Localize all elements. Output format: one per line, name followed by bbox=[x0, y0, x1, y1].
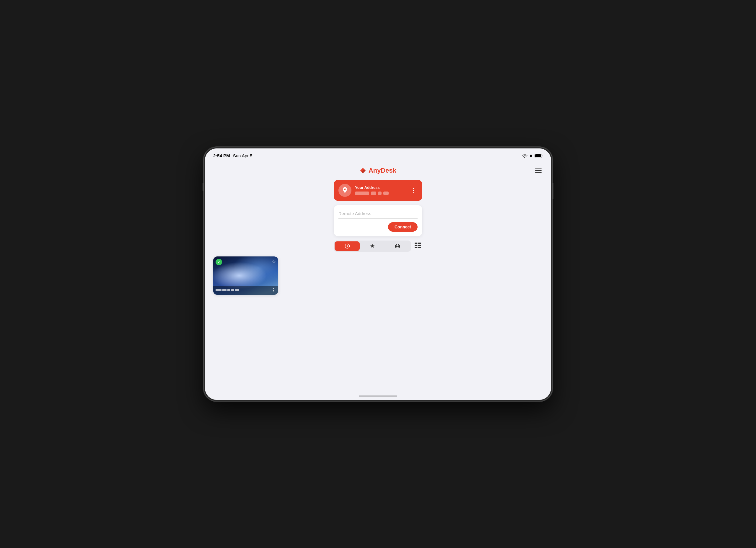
sessions-grid: ✓ ☆ ⋮ bbox=[205, 257, 551, 295]
status-icons bbox=[522, 154, 543, 158]
addr-block-5 bbox=[235, 289, 239, 291]
addr-block-2 bbox=[222, 289, 227, 291]
status-bar: 2:54 PM Sun Apr 5 bbox=[205, 149, 551, 162]
connect-button[interactable]: Connect bbox=[388, 222, 418, 232]
top-bar: AnyDesk bbox=[205, 164, 551, 177]
list-view-icon bbox=[415, 243, 421, 248]
tabs-container bbox=[334, 241, 422, 252]
remote-input-container bbox=[338, 210, 418, 219]
addr-block-4 bbox=[231, 289, 234, 291]
session-address-blocks bbox=[216, 289, 239, 291]
svg-rect-1 bbox=[535, 154, 541, 157]
home-indicator bbox=[359, 395, 397, 397]
connect-button-container: Connect bbox=[338, 222, 418, 232]
remote-address-input[interactable] bbox=[338, 210, 418, 219]
logo-text: AnyDesk bbox=[369, 167, 396, 175]
svg-rect-4 bbox=[398, 245, 400, 248]
side-button-left bbox=[203, 183, 204, 191]
tab-discover[interactable] bbox=[385, 242, 410, 251]
remote-address-box: Connect bbox=[334, 205, 422, 237]
session-footer: ⋮ bbox=[213, 285, 278, 295]
wifi-icon bbox=[522, 154, 527, 158]
address-block-4 bbox=[383, 192, 389, 195]
svg-rect-5 bbox=[415, 243, 417, 244]
tab-recent[interactable] bbox=[335, 242, 360, 251]
svg-rect-9 bbox=[415, 247, 417, 248]
favorites-icon bbox=[370, 244, 375, 249]
your-address-label: Your Address bbox=[355, 185, 406, 190]
recent-icon bbox=[345, 244, 350, 249]
svg-rect-10 bbox=[418, 247, 421, 248]
address-info: Your Address bbox=[355, 185, 406, 195]
svg-rect-6 bbox=[418, 243, 421, 244]
menu-line-2 bbox=[535, 170, 542, 171]
address-more-button[interactable]: ⋮ bbox=[409, 187, 418, 194]
menu-line-1 bbox=[535, 169, 542, 169]
svg-rect-3 bbox=[395, 245, 397, 248]
session-online-badge: ✓ bbox=[216, 259, 222, 265]
device-frame: 2:54 PM Sun Apr 5 bbox=[204, 147, 552, 401]
menu-line-3 bbox=[535, 172, 542, 173]
tab-favorites[interactable] bbox=[360, 242, 385, 251]
main-content: AnyDesk Your Address bbox=[205, 162, 551, 400]
status-date: Sun Apr 5 bbox=[233, 153, 252, 158]
session-card[interactable]: ✓ ☆ ⋮ bbox=[213, 257, 278, 295]
address-block-2 bbox=[371, 192, 376, 195]
your-address-card: Your Address ⋮ bbox=[334, 180, 422, 201]
addr-block-3 bbox=[227, 289, 230, 291]
signal-icon bbox=[529, 154, 533, 158]
session-more-button[interactable]: ⋮ bbox=[271, 287, 276, 293]
device-screen: 2:54 PM Sun Apr 5 bbox=[205, 149, 551, 400]
session-online-check: ✓ bbox=[217, 260, 220, 264]
svg-rect-7 bbox=[415, 245, 417, 246]
status-time: 2:54 PM bbox=[213, 153, 230, 158]
svg-rect-8 bbox=[418, 245, 421, 246]
address-avatar-icon bbox=[341, 187, 349, 194]
address-block-1 bbox=[355, 192, 369, 195]
address-block-3 bbox=[378, 192, 382, 195]
menu-button[interactable] bbox=[534, 167, 543, 174]
logo-container: AnyDesk bbox=[360, 167, 396, 175]
side-button-right bbox=[552, 183, 553, 199]
list-view-button[interactable] bbox=[413, 242, 422, 251]
addr-block-1 bbox=[216, 289, 221, 291]
tabs-bar bbox=[334, 241, 411, 252]
battery-icon bbox=[535, 154, 543, 158]
anydesk-logo-icon bbox=[360, 167, 366, 174]
discover-icon bbox=[395, 244, 400, 249]
session-star-button[interactable]: ☆ bbox=[272, 259, 276, 265]
address-avatar bbox=[338, 184, 351, 197]
address-number bbox=[355, 192, 406, 195]
